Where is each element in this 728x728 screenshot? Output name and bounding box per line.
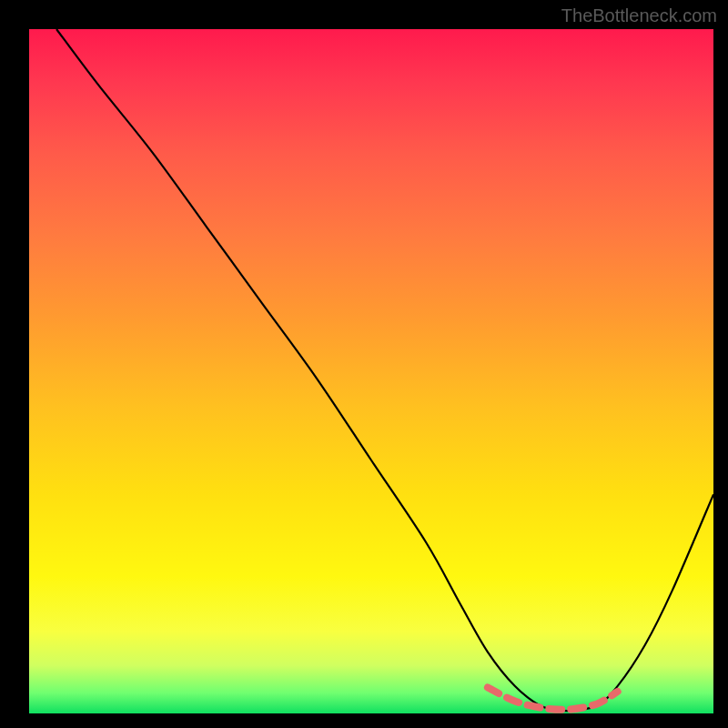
- chart-svg: [29, 29, 713, 713]
- highlight-segment: [488, 687, 618, 709]
- chart-plot-area: [29, 29, 713, 713]
- bottleneck-curve-line: [56, 29, 713, 711]
- watermark-text: TheBottleneck.com: [561, 5, 717, 26]
